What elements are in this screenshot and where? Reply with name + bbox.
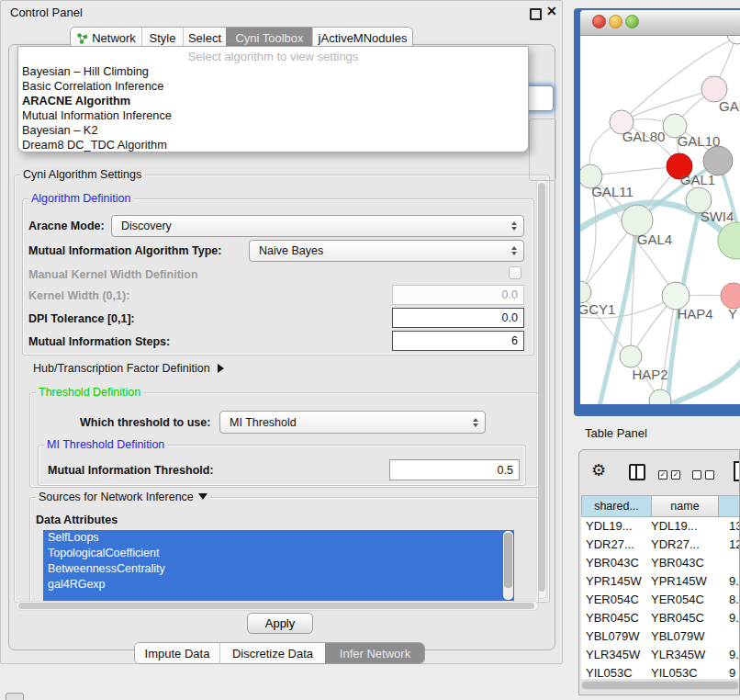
network-node-gcy1[interactable] <box>580 281 591 303</box>
manual-kernel-width-checkbox[interactable] <box>509 266 521 279</box>
algorithm-option-bayesian-hill-climbing[interactable]: Bayesian – Hill Climbing <box>18 64 528 79</box>
column-header-name[interactable]: name <box>652 495 719 517</box>
tab-select[interactable]: Select <box>183 28 226 48</box>
table-row[interactable]: YIL053CYIL053C9 <box>581 664 740 679</box>
tab-impute-data[interactable]: Impute Data <box>135 643 219 663</box>
which-threshold-combo[interactable]: MI Threshold <box>219 411 486 434</box>
mi-steps-label: Mutual Information Steps: <box>28 334 170 349</box>
table-cell: YDL19... <box>650 517 728 536</box>
table-row[interactable]: YBR045CYBR045C9. <box>581 609 740 627</box>
attribute-item-gal4rgexp[interactable]: gal4RGexp <box>43 577 514 593</box>
window-title: Control Panel <box>10 6 83 19</box>
node-label-gal10: GAL10 <box>678 133 721 149</box>
mi-steps-value: 6 <box>511 334 518 347</box>
attribute-item-clipped[interactable] <box>43 593 514 601</box>
tab-discretize-data[interactable]: Discretize Data <box>219 643 325 663</box>
table-row[interactable]: YBR043CYBR043C <box>581 554 740 572</box>
table-cell <box>728 554 740 572</box>
close-icon[interactable]: ✕ <box>546 4 557 18</box>
node-label-hap4: HAP4 <box>677 306 712 322</box>
table-panel-window: ⚙ ✓✓ shared...name YDL19...YDL19...13YDR… <box>578 449 740 695</box>
gear-icon[interactable]: ⚙ <box>591 460 606 480</box>
data-attributes-list[interactable]: SelfLoopsTopologicalCoefficientBetweenne… <box>43 530 514 601</box>
spinner-arrows-icon <box>511 246 517 255</box>
aracne-mode-combo[interactable]: Discovery <box>111 215 524 237</box>
network-canvas[interactable]: GALGAL80GAL10GAL1GAL11SWI4GAL4GCY1HAP4YH… <box>580 36 740 404</box>
zoom-traffic-light-icon[interactable] <box>625 15 639 28</box>
float-window-icon[interactable] <box>530 8 542 20</box>
kernel-width-field[interactable]: 0.0 <box>392 285 524 305</box>
sources-collapser[interactable]: Sources for Network Inference <box>36 491 210 504</box>
columns-icon[interactable] <box>629 464 645 480</box>
column-header-clipped[interactable] <box>719 495 740 517</box>
settings-horizontal-scrollbar[interactable] <box>16 601 539 611</box>
expanded-arrow-icon <box>198 493 207 504</box>
table-cell: 9. <box>728 572 740 591</box>
close-traffic-light-icon[interactable] <box>592 15 606 28</box>
algorithm-definition-title: Algorithm Definition <box>28 192 133 206</box>
mi-algorithm-type-combo[interactable]: Naive Bayes <box>249 240 524 262</box>
table-rows: YDL19...YDL19...13YDR27...YDR27...12YBR0… <box>581 517 740 679</box>
tab-infer-network[interactable]: Infer Network <box>325 643 424 663</box>
table-row[interactable]: YER054CYER054C8. <box>581 591 740 609</box>
mi-algorithm-type-label: Mutual Information Algorithm Type: <box>28 243 221 258</box>
algorithm-option-bayesian-k2[interactable]: Bayesian – K2 <box>18 123 528 138</box>
network-node-y[interactable] <box>721 283 740 309</box>
apply-button[interactable]: Apply <box>247 613 313 634</box>
attribute-item-betweennesscentrality[interactable]: BetweennessCentrality <box>43 561 514 577</box>
algorithm-option-mutual-information-inference[interactable]: Mutual Information Inference <box>18 108 528 123</box>
hub-definition-expander[interactable]: Hub/Transcription Factor Definition <box>33 361 229 376</box>
column-header-shared-[interactable]: shared... <box>581 495 652 517</box>
tab-cyni-toolbox[interactable]: Cyni Toolbox <box>226 28 312 48</box>
dpi-tolerance-field[interactable]: 0.0 <box>392 308 524 328</box>
algorithm-definition-group: Algorithm Definition Aracne Mode: Discov… <box>22 198 534 356</box>
table-cell: YPR145W <box>650 572 728 591</box>
table-cell: 12 <box>728 536 740 554</box>
sources-group: Sources for Network Inference Data Attri… <box>29 497 539 604</box>
hub-definition-label: Hub/Transcription Factor Definition <box>33 361 210 376</box>
table-cell: YIL053C <box>650 664 728 679</box>
attribute-item-selfloops[interactable]: SelfLoops <box>43 530 514 546</box>
table-row[interactable]: YDL19...YDL19...13 <box>581 517 740 536</box>
attributes-scrollbar[interactable] <box>503 531 513 600</box>
table-cell: YDL19... <box>581 517 650 536</box>
algorithm-dropdown-popup: Select algorithm to view settings Bayesi… <box>17 46 529 152</box>
table-cell: 13 <box>728 517 740 536</box>
tab-network[interactable]: Network <box>71 28 141 48</box>
tab-jactivemnodules[interactable]: jActiveMNodules <box>312 28 412 48</box>
table-row[interactable]: YPR145WYPR145W9. <box>581 572 740 591</box>
algorithm-option-dream8-dc-tdc-algorithm[interactable]: Dream8 DC_TDC Algorithm <box>18 138 528 152</box>
network-window-titlebar[interactable] <box>580 10 740 36</box>
dpi-tolerance-value: 0.0 <box>502 311 518 324</box>
table-cell: 9 <box>728 664 740 679</box>
mi-threshold-field[interactable]: 0.5 <box>389 459 520 480</box>
settings-group-title: Cyni Algorithm Settings <box>20 168 144 182</box>
table-cell <box>728 627 740 646</box>
threshold-definition-group: Threshold Definition Which threshold to … <box>29 392 539 488</box>
deselect-all-rows-icon[interactable] <box>692 470 714 480</box>
algorithm-option-aracne-algorithm[interactable]: ARACNE Algorithm <box>18 94 528 108</box>
dpi-tolerance-label: DPI Tolerance [0,1]: <box>28 311 135 326</box>
table-horizontal-scrollbar[interactable] <box>581 681 739 690</box>
table-row[interactable]: YBL079WYBL079W <box>581 627 740 646</box>
minimize-traffic-light-icon[interactable] <box>609 15 622 28</box>
clipped-toolbar-icon[interactable] <box>734 461 740 481</box>
table-cell: YER054C <box>581 591 650 609</box>
network-node[interactable] <box>727 36 740 44</box>
table-cell: YLR345W <box>650 646 728 664</box>
network-node-hap2[interactable] <box>620 345 642 367</box>
table-cell: YBR045C <box>581 609 650 627</box>
table-cell: YBR045C <box>650 609 728 627</box>
mi-threshold-value: 0.5 <box>498 464 513 477</box>
table-row[interactable]: YLR345WYLR345W9. <box>581 646 740 664</box>
node-label-swi4: SWI4 <box>701 209 734 224</box>
attribute-item-topologicalcoefficient[interactable]: TopologicalCoefficient <box>43 546 514 561</box>
mi-steps-field[interactable]: 6 <box>392 331 524 351</box>
control-panel-window: Control Panel ✕ NetworkStyleSelectCyni T… <box>0 0 563 664</box>
tab-style[interactable]: Style <box>141 28 183 48</box>
table-cell: 9. <box>728 646 740 664</box>
aracne-mode-value: Discovery <box>121 220 172 232</box>
algorithm-option-basic-correlation-inference[interactable]: Basic Correlation Inference <box>18 79 528 94</box>
select-all-rows-icon[interactable]: ✓✓ <box>658 470 680 480</box>
table-row[interactable]: YDR27...YDR27...12 <box>581 536 740 554</box>
